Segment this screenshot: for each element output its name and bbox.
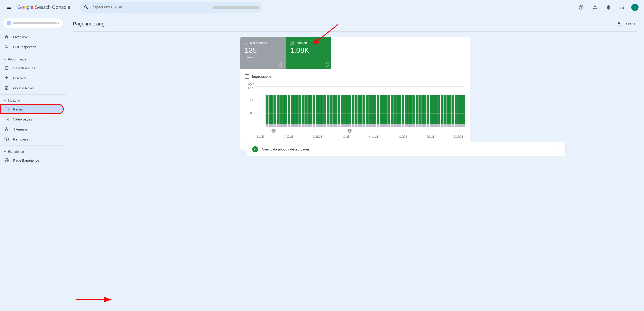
svg-point-5 [623, 7, 624, 7]
nav-search-results[interactable]: Search results [0, 63, 64, 73]
tab-not-indexed[interactable]: ✓Not indexed 135 5 reasons ? [240, 37, 286, 69]
nav-google-news[interactable]: Google News [0, 83, 64, 93]
indexing-card: ✓Not indexed 135 5 reasons ? ✓Indexed 1.… [240, 37, 470, 150]
main-content: Page indexing EXPORT ✓Not indexed 135 5 … [66, 14, 644, 311]
chart-bar [316, 95, 318, 127]
property-name-redacted [14, 22, 57, 24]
section-indexing[interactable]: ▾ Indexing [0, 96, 66, 104]
not-indexed-count: 135 [245, 46, 281, 54]
chart-bar [446, 95, 449, 127]
chart-bar [418, 95, 421, 127]
chart-bar [299, 95, 301, 127]
svg-point-8 [623, 8, 624, 9]
search-icon [84, 5, 89, 10]
chart-bar [330, 95, 332, 127]
chart-bar [460, 95, 463, 127]
property-favicon [6, 21, 11, 25]
chart: Pages 1.5K 1K 500 0 1 1 [240, 79, 470, 138]
chevron-down-icon: ▾ [4, 99, 6, 102]
nav-pages[interactable]: Pages [0, 104, 64, 114]
home-icon [4, 34, 9, 39]
chart-bar [394, 95, 396, 127]
url-inspect-input[interactable] [92, 5, 210, 9]
chart-bar [380, 95, 382, 127]
search-bar[interactable] [80, 2, 262, 13]
hamburger-menu-icon[interactable] [4, 2, 14, 13]
help-icon[interactable] [577, 3, 586, 12]
svg-point-6 [620, 8, 621, 9]
chart-bar [288, 95, 290, 127]
help-icon[interactable]: ? [279, 62, 283, 67]
chart-bar [352, 95, 354, 127]
chart-marker[interactable]: 1 [348, 129, 352, 133]
account-avatar[interactable]: D [631, 4, 638, 11]
chevron-down-icon: ▾ [4, 150, 6, 153]
section-performance[interactable]: ▾ Performance [0, 55, 66, 63]
svg-point-1 [622, 6, 622, 6]
nav-overview[interactable]: Overview [0, 32, 64, 42]
search-icon [4, 44, 9, 49]
nav-removals[interactable]: Removals [0, 134, 64, 144]
chart-bar [271, 95, 274, 127]
logo[interactable]: Google Search Console [17, 4, 70, 10]
chart-bar [358, 95, 360, 127]
chart-bar [458, 95, 460, 127]
globe-icon [4, 158, 9, 163]
chart-bar [349, 95, 351, 127]
chart-bar [310, 95, 312, 127]
page-icon [4, 107, 9, 112]
not-indexed-reasons: 5 reasons [245, 55, 281, 59]
chart-bar [368, 95, 371, 127]
account-settings-icon[interactable] [590, 3, 600, 12]
chart-bar [341, 95, 343, 127]
tab-indexed[interactable]: ✓Indexed 1.08K ? [286, 37, 331, 69]
chart-bar [388, 95, 390, 127]
chart-bar [399, 95, 402, 127]
chart-bar [416, 95, 418, 127]
chart-bar [302, 95, 304, 127]
export-button[interactable]: EXPORT [617, 21, 637, 26]
chart-bar [318, 95, 321, 127]
nav-url-inspection[interactable]: URL inspection [0, 42, 64, 52]
chart-bars [255, 86, 465, 127]
chart-bar [268, 95, 271, 127]
nav-discover[interactable]: Discover [0, 73, 64, 83]
sidebar: ▼ Overview URL inspection ▾ Performance … [0, 14, 66, 311]
property-selector[interactable]: ▼ [3, 18, 63, 28]
chart-bar [327, 95, 329, 127]
svg-point-2 [623, 6, 624, 6]
chart-bar [422, 95, 424, 127]
google-g-icon [4, 65, 9, 70]
chart-marker[interactable]: 1 [272, 129, 276, 133]
chart-bar [366, 95, 368, 127]
nav-sitemaps[interactable]: Sitemaps [0, 124, 64, 134]
impressions-checkbox[interactable] [245, 74, 249, 79]
redacted-domain [213, 6, 258, 9]
chart-bar [404, 95, 407, 127]
chart-bar [385, 95, 388, 127]
news-icon [4, 85, 9, 90]
apps-grid-icon[interactable] [618, 3, 627, 12]
chart-bar [266, 95, 268, 127]
chart-bar [377, 95, 379, 127]
svg-point-3 [620, 7, 621, 7]
chevron-right-icon: › [559, 147, 560, 152]
page-title: Page indexing [73, 21, 104, 27]
chart-bar [435, 95, 438, 127]
sitemap-icon [4, 127, 9, 132]
help-icon[interactable]: ? [325, 62, 329, 67]
chart-bar [332, 95, 335, 127]
notifications-icon[interactable] [604, 3, 613, 12]
chart-bar [449, 95, 452, 127]
chart-bar [293, 95, 296, 127]
chart-bar [285, 95, 288, 127]
nav-page-experience[interactable]: Page Experience [0, 155, 64, 165]
view-indexed-data-link[interactable]: ✓ View data about indexed pages › [247, 142, 566, 156]
logo-suffix: Search Console [35, 4, 70, 10]
chart-bar [324, 95, 326, 127]
section-experience[interactable]: ▾ Experience [0, 147, 66, 155]
chart-bar [430, 95, 432, 127]
chart-bar [274, 95, 276, 127]
nav-video-pages[interactable]: Video pages [0, 114, 64, 124]
chart-bar [452, 95, 454, 127]
